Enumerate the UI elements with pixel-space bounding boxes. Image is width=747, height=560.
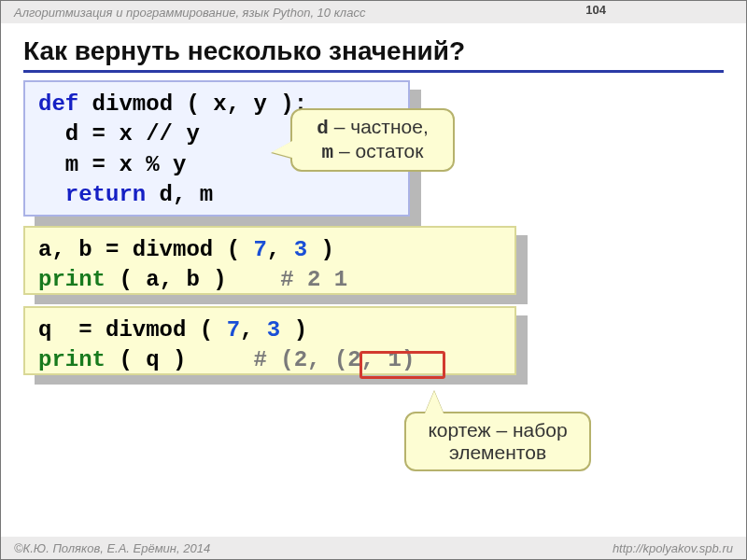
slide: Алгоритмизация и программирование, язык … <box>0 0 747 560</box>
title-rule <box>23 70 724 73</box>
callout-dm: d – частное, m – остаток <box>290 108 455 172</box>
author-label: ©К.Ю. Поляков, Е.А. Ерёмин, 2014 <box>14 541 210 555</box>
kw-print: print <box>38 267 106 292</box>
code-block-call1: a, b = divmod ( 7, 3 ) print ( a, b ) # … <box>23 226 516 295</box>
slide-footer: ©К.Ю. Поляков, Е.А. Ерёмин, 2014 http://… <box>1 537 746 559</box>
site-label: http://kpolyakov.spb.ru <box>613 541 733 555</box>
slide-header: Алгоритмизация и программирование, язык … <box>1 1 746 23</box>
code-panel: a, b = divmod ( 7, 3 ) print ( a, b ) # … <box>23 226 516 295</box>
code-text: a, b = divmod ( 7, 3 ) print ( a, b ) # … <box>25 228 514 303</box>
callout-tuple: кортеж – набор элементов <box>404 412 591 471</box>
kw-def: def <box>38 91 78 117</box>
kw-print: print <box>38 347 106 372</box>
callout-pointer <box>272 141 292 158</box>
course-label: Алгоритмизация и программирование, язык … <box>14 6 365 20</box>
page-number: 104 <box>585 3 606 17</box>
kw-return: return <box>38 182 146 207</box>
tuple-highlight <box>359 351 445 379</box>
callout-pointer <box>425 391 444 413</box>
slide-title: Как вернуть несколько значений? <box>23 36 724 66</box>
